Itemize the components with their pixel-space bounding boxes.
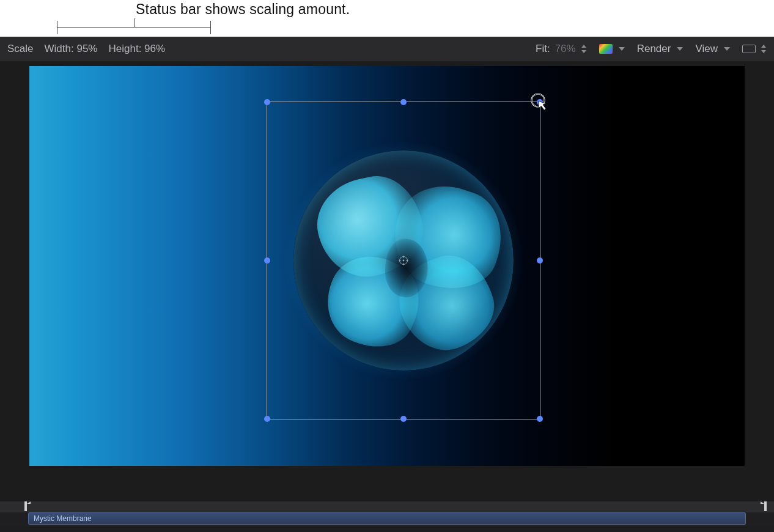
color-channels-popup[interactable] — [599, 44, 625, 54]
status-tool-name: Scale — [7, 43, 34, 55]
app-window: Scale Width: 95% Height: 96% Fit: 76% Re… — [0, 37, 774, 532]
chevron-down-icon — [677, 47, 683, 51]
status-height-label: Height: — [108, 43, 141, 54]
chevron-down-icon — [619, 47, 625, 51]
render-popup[interactable]: Render — [637, 43, 684, 55]
status-width-label: Width: — [45, 43, 74, 54]
viewer-options-bar: Scale Width: 95% Height: 96% Fit: 76% Re… — [0, 37, 774, 61]
annotation-bracket-left-tick — [57, 21, 57, 34]
scale-handle-mid-left[interactable] — [264, 257, 270, 264]
canvas[interactable] — [29, 66, 745, 466]
chevron-down-icon — [724, 47, 730, 51]
zoom-fit-value: 76% — [555, 43, 576, 55]
canvas-toolbar — [0, 526, 774, 532]
mini-timeline-clip-name: Mystic Membrane — [34, 514, 92, 523]
annotation-bracket-right-tick — [210, 21, 211, 34]
stepper-icon — [581, 45, 587, 53]
aspect-ratio-popup[interactable] — [742, 45, 767, 53]
zoom-fit-popup[interactable]: Fit: 76% — [536, 43, 587, 55]
mini-timeline-clip[interactable]: Mystic Membrane — [28, 512, 746, 525]
scale-handle-bottom-center[interactable] — [400, 416, 407, 422]
anchor-point-icon[interactable] — [398, 255, 409, 266]
out-point-marker-icon[interactable] — [761, 501, 768, 513]
render-label: Render — [637, 43, 671, 55]
status-width: Width: 95% — [45, 43, 98, 55]
transform-bounding-box[interactable] — [267, 102, 540, 419]
view-label: View — [695, 43, 718, 55]
scale-handle-top-left[interactable] — [264, 99, 270, 105]
status-bar-readout: Scale Width: 95% Height: 96% — [7, 43, 165, 55]
aspect-ratio-icon — [742, 45, 756, 53]
zoom-fit-label: Fit: — [536, 43, 550, 55]
status-width-value: 95% — [76, 43, 97, 54]
mini-timeline-ruler[interactable] — [0, 501, 774, 512]
scale-handle-bottom-right[interactable] — [537, 416, 543, 422]
viewer — [0, 61, 774, 501]
annotation-text: Status bar shows scaling amount. — [136, 1, 350, 18]
annotation-bracket-stem — [134, 18, 135, 27]
scale-handle-bottom-left[interactable] — [264, 416, 270, 422]
scale-handle-mid-right[interactable] — [537, 257, 543, 264]
annotation-callout: Status bar shows scaling amount. — [0, 0, 774, 37]
svg-point-5 — [403, 260, 405, 262]
scale-handle-top-center[interactable] — [400, 99, 407, 105]
stepper-icon — [761, 45, 767, 53]
view-popup[interactable]: View — [695, 43, 730, 55]
scale-handle-top-right[interactable] — [537, 99, 543, 105]
in-point-marker-icon[interactable] — [23, 501, 31, 513]
color-well-icon — [599, 44, 613, 54]
status-height-value: 96% — [144, 43, 165, 54]
status-height: Height: 96% — [108, 43, 165, 55]
mini-timeline[interactable]: Mystic Membrane — [0, 512, 774, 526]
annotation-bracket-bar — [57, 27, 210, 28]
